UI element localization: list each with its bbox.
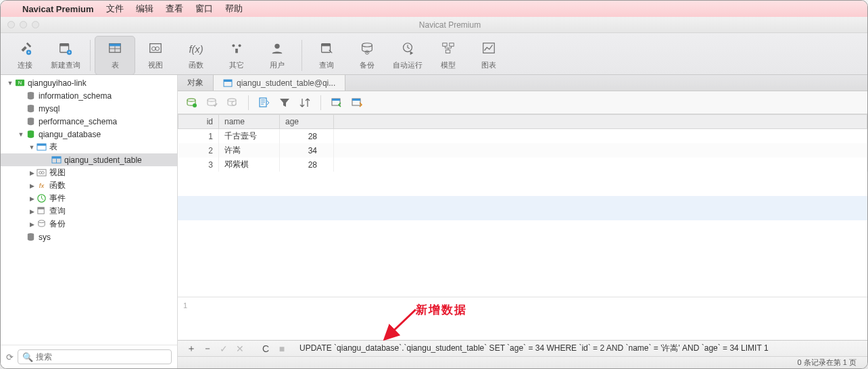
export-button[interactable] bbox=[349, 95, 364, 110]
toolbar-backup-button[interactable]: 备份 bbox=[347, 36, 387, 75]
tree-table-item[interactable]: qiangu_student_table bbox=[1, 153, 177, 166]
main-toolbar: + 连接 + 新建查询 表 视图 f(x) 函数 bbox=[1, 33, 867, 75]
toolbar-connect-button[interactable]: + 连接 bbox=[5, 36, 45, 75]
cancel-button[interactable]: ✕ bbox=[233, 343, 247, 354]
other-icon bbox=[228, 40, 245, 57]
toolbar-table-button[interactable]: 表 bbox=[95, 36, 135, 75]
toolbar-chart-button[interactable]: 图表 bbox=[468, 36, 509, 75]
tree-schema[interactable]: mysql bbox=[1, 102, 177, 115]
svg-point-40 bbox=[41, 172, 44, 174]
toolbar-function-button[interactable]: f(x) 函数 bbox=[176, 36, 216, 75]
refresh-icon[interactable]: ⟳ bbox=[6, 352, 14, 362]
note-pane: 1 新增数据 bbox=[178, 297, 867, 340]
tree-connection-label: qianguyihao-link bbox=[28, 78, 87, 88]
chart-icon bbox=[481, 40, 497, 57]
window-titlebar: Navicat Premium bbox=[1, 17, 867, 33]
column-header-age[interactable]: age bbox=[280, 115, 334, 129]
clock-play-icon bbox=[400, 40, 416, 57]
content-pane: 对象 qiangu_student_table@qi... bbox=[178, 75, 867, 368]
zoom-window-button[interactable] bbox=[32, 21, 39, 28]
toolbar-view-button[interactable]: 视图 bbox=[135, 36, 176, 75]
menu-view[interactable]: 查看 bbox=[166, 3, 183, 15]
svg-point-51 bbox=[208, 98, 216, 101]
tree-views[interactable]: ▶ 视图 bbox=[1, 166, 177, 179]
svg-point-39 bbox=[39, 172, 41, 174]
rollback-txn-button[interactable] bbox=[225, 95, 240, 110]
menu-window[interactable]: 窗口 bbox=[195, 3, 213, 15]
begin-txn-button[interactable] bbox=[185, 95, 199, 110]
sort-button[interactable] bbox=[297, 95, 312, 110]
minimize-window-button[interactable] bbox=[20, 21, 27, 28]
toolbar-connect-label: 连接 bbox=[18, 60, 32, 70]
svg-rect-36 bbox=[51, 157, 60, 159]
table-row[interactable]: 1 千古壹号 28 bbox=[178, 129, 867, 144]
svg-point-52 bbox=[228, 98, 236, 101]
tree-schema[interactable]: performance_schema bbox=[1, 115, 177, 128]
toolbar-new-query-button[interactable]: + 新建查询 bbox=[45, 36, 86, 75]
tree-queries[interactable]: ▶ 查询 bbox=[1, 205, 177, 218]
status-text: 0 条记录在第 1 页 bbox=[798, 358, 857, 368]
connection-icon: N bbox=[14, 78, 25, 89]
svg-point-12 bbox=[155, 47, 160, 51]
apply-button[interactable]: ✓ bbox=[217, 343, 231, 354]
backup-icon bbox=[36, 219, 47, 230]
text-mode-button[interactable] bbox=[257, 95, 272, 110]
query-icon bbox=[318, 40, 335, 57]
tree-schema[interactable]: sys bbox=[1, 230, 177, 243]
database-icon bbox=[25, 103, 36, 114]
chevron-down-icon: ▼ bbox=[17, 131, 25, 138]
add-record-button[interactable]: ＋ bbox=[185, 343, 198, 355]
filter-button[interactable] bbox=[277, 95, 292, 110]
svg-point-50 bbox=[193, 103, 197, 107]
toolbar-auto-button[interactable]: 自动运行 bbox=[387, 36, 428, 75]
toolbar-function-label: 函数 bbox=[189, 60, 203, 70]
model-icon bbox=[440, 40, 456, 57]
svg-rect-34 bbox=[37, 144, 45, 146]
table-row[interactable]: 2 许嵩 34 bbox=[178, 143, 867, 157]
tree-functions[interactable]: ▶ fx 函数 bbox=[1, 179, 177, 192]
tree-events[interactable]: ▶ 事件 bbox=[1, 192, 177, 205]
toolbar-table-label: 表 bbox=[112, 60, 119, 70]
tree-connection[interactable]: ▼ N qianguyihao-link bbox=[1, 76, 177, 89]
tree-backups[interactable]: ▶ 备份 bbox=[1, 218, 177, 230]
table-row[interactable]: 3 邓紫棋 28 bbox=[178, 157, 867, 172]
toolbar-query-button[interactable]: 查询 bbox=[306, 36, 347, 75]
tree-schema[interactable]: information_schema bbox=[1, 89, 177, 102]
close-window-button[interactable] bbox=[7, 21, 15, 28]
search-icon: 🔍 bbox=[22, 352, 33, 362]
column-header-id[interactable]: id bbox=[178, 115, 219, 129]
toolbar-view-label: 视图 bbox=[148, 60, 163, 70]
table-icon bbox=[51, 155, 62, 166]
import-button[interactable] bbox=[329, 95, 344, 110]
svg-text:fx: fx bbox=[39, 182, 44, 189]
note-lineno: 1 bbox=[183, 301, 187, 310]
toolbar-user-button[interactable]: 用户 bbox=[257, 36, 297, 75]
toolbar-other-button[interactable]: 其它 bbox=[216, 36, 257, 75]
sidebar-search[interactable]: 🔍 bbox=[18, 349, 172, 364]
refresh-button[interactable]: C bbox=[259, 343, 272, 354]
tree-database[interactable]: ▼ qiangu_database bbox=[1, 128, 177, 141]
data-grid[interactable]: id name age 1 千古壹号 28 2 许嵩 bbox=[178, 114, 867, 297]
app-name[interactable]: Navicat Premium bbox=[22, 4, 94, 14]
toolbar-auto-label: 自动运行 bbox=[393, 60, 423, 70]
column-header-name[interactable]: name bbox=[219, 115, 280, 129]
menu-file[interactable]: 文件 bbox=[106, 3, 124, 15]
svg-rect-26 bbox=[483, 43, 495, 53]
menu-edit[interactable]: 编辑 bbox=[136, 3, 153, 15]
table-icon bbox=[107, 40, 123, 57]
svg-point-45 bbox=[38, 220, 44, 223]
tab-table[interactable]: qiangu_student_table@qi... bbox=[214, 75, 345, 91]
toolbar-model-button[interactable]: 模型 bbox=[428, 36, 468, 75]
sidebar-search-input[interactable] bbox=[36, 352, 167, 362]
delete-record-button[interactable]: － bbox=[201, 343, 214, 355]
status-bar: 0 条记录在第 1 页 bbox=[178, 356, 867, 368]
tree-tables[interactable]: ▼ 表 bbox=[1, 141, 177, 153]
commit-txn-button[interactable] bbox=[205, 95, 220, 110]
toolbar-query-label: 查询 bbox=[319, 60, 334, 70]
menu-help[interactable]: 帮助 bbox=[225, 3, 243, 15]
stop-button[interactable]: ■ bbox=[275, 343, 289, 354]
svg-rect-55 bbox=[332, 99, 340, 101]
svg-rect-24 bbox=[450, 43, 454, 47]
tab-object[interactable]: 对象 bbox=[178, 75, 214, 91]
svg-point-49 bbox=[187, 98, 195, 101]
